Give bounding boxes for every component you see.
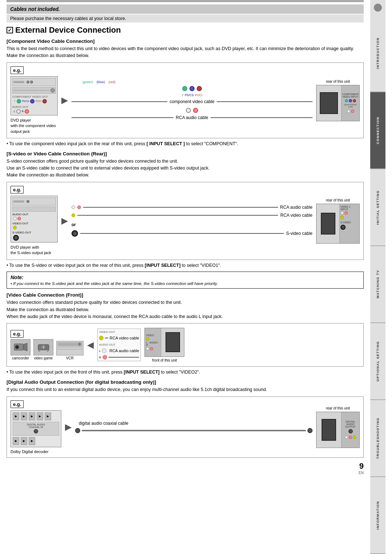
sidebar: INTRODUCTION CONNECTION INITIAL SETTING …	[370, 0, 385, 554]
tv-front: VIDEO L - AUDIO - R	[144, 328, 184, 357]
note-svideo: • To use the S-video or video input jack…	[7, 262, 364, 269]
note-box: Note: • If you connect to the S-video ja…	[7, 272, 364, 289]
eg-label-2: e.g.	[11, 186, 24, 194]
front-label: front of this unit	[152, 358, 177, 362]
front-diagram: e.g. camcorder	[7, 323, 364, 367]
tv-rear-1: COMPONENTVIDEO INPUT (green)(blue)(red)	[316, 85, 360, 121]
dvd-label-1: DVD playerwith the component videooutput…	[11, 118, 56, 134]
subsection-body-component: This is the best method to connect this …	[7, 45, 364, 60]
subsection-front: [Video Cable Connection (Front)] Video c…	[7, 292, 364, 376]
subsection-body-digital: If you connect this unit to an external …	[7, 386, 364, 393]
sidebar-item-initial[interactable]: INITIAL SETTING	[370, 169, 385, 246]
cable-label-audio-front: RCA audio cable	[109, 349, 139, 353]
camcorder-label: camcorder	[12, 356, 29, 360]
cable-label-rca-audio: RCA audio cable	[280, 205, 313, 210]
cable-label-rca: RCA audio cable	[176, 115, 208, 120]
dvd-label-2: DVD player withthe S-video output jack	[11, 245, 58, 256]
cables-subtitle: Please purchase the necessary cables at …	[7, 15, 364, 23]
arrow-2: ▶	[61, 216, 68, 226]
dolby-label: Dolby Digital decoder	[11, 449, 61, 454]
subsection-title-front: [Video Cable Connection (Front)]	[7, 292, 364, 298]
vcr-icon	[56, 341, 83, 355]
eg-label-3: e.g.	[11, 330, 24, 338]
arrow-4: ▶	[65, 422, 72, 432]
svg-point-8	[46, 347, 47, 349]
svg-point-7	[46, 345, 47, 347]
digital-cable-label: digital audio coaxial cable	[79, 421, 128, 426]
cables-box: Cables not included.	[7, 4, 364, 14]
sidebar-item-information[interactable]: INFORMATION	[370, 477, 385, 554]
cable-label-component: component video cable	[170, 99, 214, 104]
rear-label-1: rear of this unit	[326, 80, 350, 83]
dvd-player-2: AUDIO OUT VIDEO OUT S-V	[11, 196, 58, 243]
subsection-svideo: [S-video or Video Cable Connection (Rear…	[7, 151, 364, 269]
rear-label-3: rear of this unit	[326, 406, 350, 410]
camcorder-icon	[11, 339, 30, 355]
subsection-component: [Component Video Cable Connection] This …	[7, 38, 364, 147]
section-heading: External Device Connection	[15, 25, 121, 35]
page-number: 9	[359, 461, 364, 471]
arrow-3: ◀	[87, 340, 94, 350]
arrow-1: ▶	[61, 95, 68, 105]
note-component: • To use the component video input jack …	[7, 140, 364, 147]
videogame-label: video game	[34, 356, 53, 360]
subsection-title-component: [Component Video Cable Connection]	[7, 38, 364, 44]
dolby-decoder: ▶ ▶ ▶ ▶ ▶ DIGITAL AUDIOCOAXIAL IN ▶ ▶	[11, 410, 61, 447]
cable-label-rca-video: RCA video cable	[280, 213, 313, 218]
sidebar-item-introduction[interactable]: INTRODUCTION	[370, 15, 385, 92]
cable-label-video: RCA video cable	[110, 336, 139, 340]
vcr-label: VCR	[66, 356, 74, 360]
subsection-body-front: Video connection offers standard picture…	[7, 299, 364, 320]
cable-label-svideo: S-video cable	[286, 231, 313, 236]
svg-marker-1	[23, 343, 27, 351]
top-gray-bar	[7, 0, 364, 2]
en-label: EN	[359, 471, 364, 475]
cables-title: Cables not included.	[10, 6, 360, 12]
subsection-title-digital: [Digital Audio Output Connection (for di…	[7, 379, 364, 385]
section-title: ✓ External Device Connection	[7, 25, 364, 35]
section-checkbox: ✓	[7, 27, 13, 33]
sidebar-item-troubleshooting[interactable]: TROUBLESHOOTING	[370, 400, 385, 477]
svg-point-3	[16, 346, 18, 348]
sidebar-item-optional[interactable]: OPTIONAL SETTING	[370, 323, 385, 400]
component-diagram: e.g. COMPONENT VIDEO OUT	[7, 62, 364, 138]
sidebar-circle	[374, 4, 382, 12]
note-title: Note:	[11, 274, 360, 280]
svideo-diagram: e.g. AUDIO OUT	[7, 182, 364, 260]
dvd-player-1: COMPONENT VIDEO OUT Y Pb/Cb Pr/Cr AUDIO …	[11, 76, 58, 115]
sidebar-item-connection[interactable]: CONNECTION	[370, 92, 385, 169]
tv-rear-3: DIGITALAUDIO OUTPUT	[316, 412, 360, 448]
eg-label-4: e.g.	[11, 400, 24, 408]
sidebar-item-watching[interactable]: WATCHING TV	[370, 246, 385, 323]
rear-label-2: rear of this unit	[326, 198, 350, 202]
digital-diagram: e.g. ▶ ▶ ▶ ▶ ▶ DIGITAL AUDIOCOAXIAL IN	[7, 396, 364, 458]
tv-rear-2: VIDEO 1 INPUT S-VIDEO	[316, 204, 360, 244]
note-front: • To use the video input jack on the fro…	[7, 369, 364, 376]
or-text: or	[72, 222, 76, 227]
note-text: • If you connect to the S-video jack and…	[11, 281, 360, 286]
eg-label-1: e.g.	[11, 66, 24, 74]
subsection-body-svideo: S-video connection offers good picture q…	[7, 158, 364, 179]
subsection-digital: [Digital Audio Output Connection (for di…	[7, 379, 364, 457]
videogame-icon	[33, 339, 53, 355]
subsection-title-svideo: [S-video or Video Cable Connection (Rear…	[7, 151, 364, 156]
